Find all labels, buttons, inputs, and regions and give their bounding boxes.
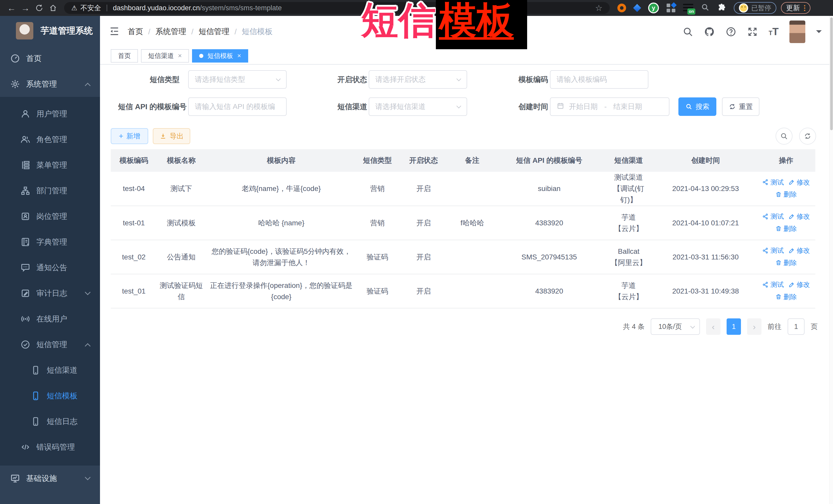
sidebar-item-departments[interactable]: 部门管理 [0,178,100,203]
search-icon[interactable] [683,26,693,37]
share-icon [762,213,769,220]
dictionary-icon [21,237,30,247]
sidebar-item-menus[interactable]: 菜单管理 [0,152,100,178]
edit-link[interactable]: 修改 [788,177,810,188]
address-bar[interactable]: ⚠ 不安全 dashboard.yudao.iocoder.cn/system/… [64,2,610,14]
chevron-down-icon [690,324,695,329]
current-page[interactable]: 1 [727,318,741,335]
extension-search-icon[interactable] [701,3,710,13]
breadcrumb-sms[interactable]: 短信管理 [199,26,230,37]
sidebar-item-roles[interactable]: 角色管理 [0,127,100,152]
refresh-table-icon[interactable] [799,128,816,145]
avatar-caret-icon[interactable] [816,30,822,36]
sidebar-item-dict[interactable]: 字典管理 [0,229,100,255]
search-button[interactable]: 搜索 [679,97,716,116]
prev-page-button[interactable]: ‹ [706,318,720,335]
fullscreen-icon[interactable] [747,26,758,37]
sidebar-item-infrastructure[interactable]: 基础设施 [0,465,100,491]
sidebar-item-error-codes[interactable]: 错误码管理 [0,434,100,460]
extension-ring-icon[interactable] [617,4,626,12]
avatar[interactable] [789,21,805,43]
sms-type-label: 短信类型 [111,70,180,89]
edit-link[interactable]: 修改 [788,279,810,290]
forward-icon[interactable]: → [19,2,32,14]
date-range-picker[interactable]: 开始日期 - 结束日期 [550,97,669,116]
close-icon[interactable]: × [237,52,241,60]
sidebar-item-sms-template[interactable]: 短信模板 [0,383,100,409]
extension-diamond-icon[interactable] [633,4,641,12]
sidebar-item-announcements[interactable]: 通知公告 [0,255,100,281]
extension-grid-icon[interactable] [667,4,675,12]
api-template-input[interactable]: 请输入短信 API 的模板编 [188,97,287,116]
sidebar-item-online-users[interactable]: 在线用户 [0,306,100,332]
header-actions: TT [683,21,822,43]
delete-link[interactable]: 删除 [775,291,797,303]
breadcrumb-home[interactable]: 首页 [128,26,143,37]
tab-sms-template[interactable]: 短信模板 × [192,49,248,63]
profile-paused-badge[interactable]: 已暂停 [734,2,776,14]
next-page-button[interactable]: › [747,318,761,335]
delete-link[interactable]: 删除 [775,189,797,200]
share-icon [762,282,769,288]
user-icon [21,109,30,119]
url-path: /system/sms/sms-template [200,4,282,12]
chevron-up-icon [85,343,91,349]
trash-icon [775,225,782,232]
chevron-up-icon [85,83,91,89]
audit-log-icon [21,288,30,298]
edit-link[interactable]: 修改 [788,211,810,222]
back-icon[interactable]: ← [5,2,19,14]
test-link[interactable]: 测试 [762,279,784,290]
delete-link[interactable]: 删除 [775,257,797,268]
scrollbar[interactable] [829,16,833,504]
sidebar-item-system[interactable]: 系统管理 [0,71,100,97]
reload-icon[interactable] [32,2,46,14]
sidebar-item-home[interactable]: 首页 [0,46,100,71]
app-logo-row[interactable]: 芋道管理系统 [0,16,100,46]
show-search-icon[interactable] [776,128,792,145]
caption-overlay: 短信模板 [361,0,527,41]
date-end[interactable]: 结束日期 [613,102,642,112]
extensions-puzzle-icon[interactable] [717,3,726,13]
extension-tabs-icon[interactable]: on [683,3,693,13]
browser-menu-icon[interactable] [804,5,805,11]
breadcrumb-system[interactable]: 系统管理 [156,26,186,37]
collapse-sidebar-icon[interactable] [109,26,120,38]
page-size-select[interactable]: 10条/页 [651,318,700,335]
sidebar-item-audit-log[interactable]: 审计日志 [0,281,100,306]
plus-icon: + [119,132,123,140]
app-logo [16,22,33,40]
bookmark-star-icon[interactable]: ☆ [595,3,602,13]
channel-select[interactable]: 请选择短信渠道 [369,97,467,116]
sms-type-select[interactable]: 请选择短信类型 [188,70,287,89]
total-count: 共 4 条 [623,322,645,331]
scrollbar-thumb[interactable] [830,18,833,130]
template-code-input[interactable]: 请输入模板编码 [550,70,648,89]
help-icon[interactable] [725,26,736,37]
trash-icon [775,293,782,300]
reset-button[interactable]: 重置 [722,97,759,116]
goto-page-input[interactable] [788,318,805,335]
update-button[interactable]: 更新 [781,2,810,14]
sidebar-item-users[interactable]: 用户管理 [0,101,100,127]
sidebar-item-posts[interactable]: 岗位管理 [0,203,100,229]
close-icon[interactable]: × [178,52,182,60]
test-link[interactable]: 测试 [762,177,784,188]
delete-link[interactable]: 删除 [775,223,797,234]
test-link[interactable]: 测试 [762,211,784,222]
tab-sms-channel[interactable]: 短信渠道 × [141,49,189,63]
export-button[interactable]: 导出 [153,128,190,144]
extension-y-icon[interactable]: y [648,3,659,13]
github-icon[interactable] [704,26,715,37]
tab-home[interactable]: 首页 [111,49,138,63]
font-size-icon[interactable]: TT [769,26,779,38]
date-start[interactable]: 开始日期 [569,102,598,112]
sidebar-item-sms[interactable]: 短信管理 [0,332,100,357]
sidebar-item-sms-log[interactable]: 短信日志 [0,409,100,434]
sidebar-item-sms-channel[interactable]: 短信渠道 [0,357,100,383]
home-icon[interactable] [46,2,60,14]
test-link[interactable]: 测试 [762,245,784,256]
edit-link[interactable]: 修改 [788,245,810,256]
add-button[interactable]: + 新增 [111,128,148,144]
status-select[interactable]: 请选择开启状态 [369,70,467,89]
